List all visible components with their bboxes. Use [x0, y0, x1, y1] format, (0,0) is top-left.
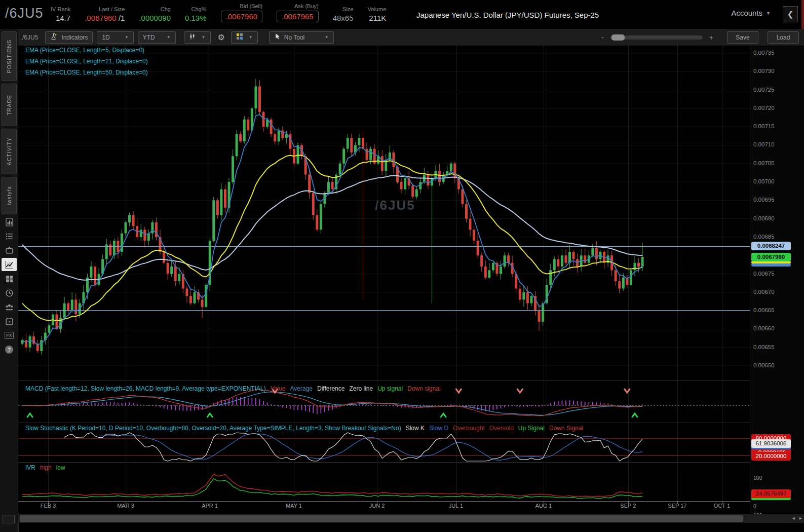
price-tick-label: 0.00690	[753, 215, 775, 221]
time-axis-label: JUN 2	[359, 503, 395, 509]
community-icon[interactable]	[2, 300, 17, 314]
ivr-label[interactable]: IVR	[25, 464, 35, 471]
stoch-legend-item[interactable]: Up Signal	[518, 425, 545, 432]
report-icon-glyph	[5, 218, 14, 226]
ask-value: .0067965	[277, 11, 319, 22]
stoch-oversold-badge: 20.0000000	[751, 452, 791, 461]
time-axis-label: JUL 1	[438, 503, 474, 509]
chevron-down-icon: ▼	[249, 35, 253, 40]
sidebar-tab-label: POSITIONS	[6, 40, 12, 73]
zoom-in-button[interactable]: +	[708, 33, 715, 42]
grid-compare-icon	[236, 33, 243, 42]
watchlist-icon[interactable]	[2, 230, 17, 243]
stoch-legend-item[interactable]: Slow K	[406, 425, 425, 432]
stoch-label[interactable]: Slow Stochastic (K Period=10, D Period=1…	[25, 425, 401, 432]
history-icon[interactable]	[2, 286, 17, 299]
price-tick-label: 0.00650	[753, 362, 775, 368]
platform-tv-icon[interactable]	[2, 244, 17, 257]
price-tick-label: 0.00705	[753, 160, 775, 166]
quote-field-bid[interactable]: Bid (Sell).0067960	[221, 3, 263, 22]
load-button[interactable]: Load	[768, 31, 799, 44]
save-button[interactable]: Save	[727, 31, 758, 44]
report-icon[interactable]	[2, 215, 17, 229]
stoch-legend-item[interactable]: Down Signal	[549, 425, 583, 432]
ivr-legend-item[interactable]: low	[56, 464, 65, 471]
zoom-slider[interactable]	[610, 35, 703, 40]
macd-label[interactable]: MACD (Fast length=12, Slow length=26, MA…	[25, 385, 266, 392]
price-tick-label: 0.00735	[753, 50, 775, 56]
timeframe-dropdown[interactable]: 1D ▼	[97, 31, 133, 44]
macd-legend-item[interactable]: Down signal	[407, 385, 440, 392]
accounts-menu[interactable]: Accounts ▼	[731, 9, 771, 17]
price-axis[interactable]: 0.007350.007300.007250.007200.007150.007…	[750, 46, 804, 513]
price-tick-label: 0.00710	[753, 141, 775, 147]
macd-legend-item[interactable]: Zero line	[349, 385, 373, 392]
chart-settings-button[interactable]: ⚙	[215, 32, 228, 43]
stoch-legend-item[interactable]: Slow D	[429, 425, 448, 432]
macd-legend-item[interactable]: Up signal	[377, 385, 403, 392]
candlestick-icon	[189, 33, 196, 42]
time-axis-label: SEP 17	[660, 503, 695, 509]
calendar-icon-glyph	[5, 317, 14, 326]
price-tick-label: 0.00700	[753, 178, 775, 184]
ema-1-label[interactable]: EMA (Price=CLOSE, Length=21, Displace=0)	[25, 58, 148, 65]
collapse-panel-button[interactable]: ❮	[783, 6, 798, 22]
macd-legend-item[interactable]: Average	[290, 385, 313, 392]
time-axis-label: APR 1	[192, 503, 227, 509]
time-axis-label: MAY 1	[276, 503, 312, 509]
price-tick-label: 0.00715	[753, 123, 775, 129]
help-icon-glyph: ?	[5, 346, 13, 354]
ema-0: EMA (Price=CLOSE, Length=5, Displace=0)	[25, 47, 149, 54]
compare-dropdown[interactable]: ▼	[231, 31, 258, 44]
price-tick-label: 0.00665	[753, 307, 775, 313]
ema-0-label[interactable]: EMA (Price=CLOSE, Length=5, Displace=0)	[25, 47, 144, 54]
drawing-tool-dropdown[interactable]: No Tool ▼	[269, 31, 334, 44]
scroll-left-icon[interactable]: ◂	[792, 515, 795, 521]
apps-grid-icon[interactable]	[2, 272, 17, 285]
chg-percent-value: 0.13%	[185, 14, 207, 22]
chart-icon[interactable]	[2, 258, 17, 271]
price-tick-label: 0.00730	[753, 68, 775, 74]
quote-field-ask[interactable]: Ask (Buy).0067965	[277, 3, 319, 22]
fx-icon[interactable]: FX	[2, 329, 17, 342]
last-size-label: Last / Size	[99, 6, 125, 12]
sidebar-tab-positions[interactable]: POSITIONS	[2, 31, 17, 81]
chart-type-dropdown[interactable]: ▼	[184, 31, 211, 44]
history-icon-glyph	[5, 289, 14, 297]
zoom-slider-knob[interactable]	[611, 34, 625, 41]
sidebar-tab-label: ACTIVITY	[6, 137, 12, 165]
range-dropdown[interactable]: YTD ▼	[138, 31, 176, 44]
sidebar-tab-activity[interactable]: ACTIVITY	[2, 129, 17, 174]
watchlist-icon-glyph	[5, 232, 14, 241]
ema-2-label[interactable]: EMA (Price=CLOSE, Length=50, Displace=0)	[25, 69, 148, 76]
indicators-button[interactable]: Indicators	[45, 31, 93, 44]
ivr-legend-item[interactable]: high	[40, 464, 52, 471]
quote-fields: IV Rank14.7Last / Size.0067960 /1Chg.000…	[51, 3, 386, 22]
price-tick-label: 0.00660	[753, 325, 775, 331]
indicators-label: Indicators	[61, 34, 88, 41]
sidebar-tab-trade[interactable]: TRADE	[2, 84, 17, 126]
apps-grid-icon-glyph	[5, 275, 14, 283]
macd-legend-item[interactable]: Difference	[317, 385, 344, 392]
scroll-right-icon[interactable]: ▸	[799, 515, 802, 521]
sidebar-tab-label: tastyfx	[6, 186, 12, 205]
sidebar-tab-tastyfx[interactable]: tastyfx	[2, 177, 17, 214]
size-value: 48x65	[333, 14, 354, 22]
price-chart[interactable]	[18, 46, 750, 513]
help-icon[interactable]: ?	[2, 343, 17, 356]
calendar-icon[interactable]	[2, 315, 17, 328]
stoch-legend-item[interactable]: Overbought	[453, 425, 485, 432]
accounts-label: Accounts	[731, 9, 762, 17]
macd-legend-item[interactable]: Value	[271, 385, 286, 392]
chg-value: .0000090	[139, 14, 171, 22]
panel-toggle-button[interactable]	[3, 515, 15, 523]
scrollbar-thumb[interactable]	[20, 515, 743, 522]
stoch: Slow Stochastic (K Period=10, D Period=1…	[25, 425, 588, 432]
horizontal-scrollbar[interactable]: ◂ ▸	[18, 514, 804, 523]
left-sidebar: POSITIONSTRADEACTIVITYtastyfxFX?	[0, 29, 19, 532]
zoom-out-button[interactable]: -	[600, 33, 605, 42]
volume-value: 211K	[369, 14, 386, 22]
ivr: IVRhighlow	[25, 464, 70, 471]
stoch-legend-item[interactable]: Oversold	[489, 425, 514, 432]
price-tick-label: 0.00670	[753, 289, 775, 295]
